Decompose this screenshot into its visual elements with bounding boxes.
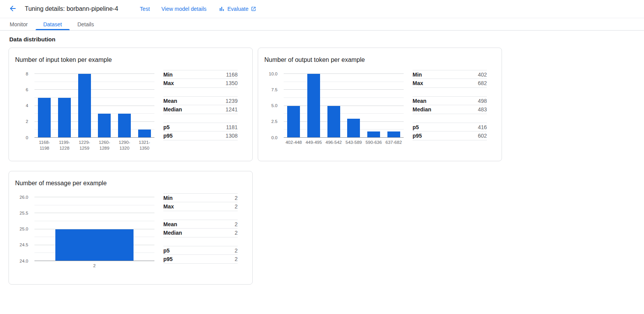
- stat-row: p951308: [163, 131, 238, 140]
- cards-row-top: Number of input token per example 02468 …: [9, 48, 644, 161]
- output-token-chart-card: Number of output token per example 0.02.…: [258, 48, 502, 161]
- stat-label: p95: [163, 133, 173, 139]
- stat-value: 2: [235, 221, 238, 227]
- stat-label: Median: [163, 230, 182, 236]
- stat-label: Min: [163, 72, 173, 78]
- bar: [58, 98, 71, 138]
- y-tick-label: 4: [26, 104, 28, 108]
- x-tick-label: 1260-1289: [94, 140, 115, 151]
- x-tick-label: 402-448: [284, 140, 304, 145]
- view-model-details-link[interactable]: View model details: [161, 6, 206, 12]
- stat-label: Median: [163, 106, 182, 113]
- section-title: Data distribution: [9, 36, 644, 43]
- stats-table: Min2Max2Mean2Median2p52p952: [163, 193, 238, 272]
- y-tick-label: 7.5: [271, 88, 277, 92]
- stat-row: p95602: [413, 131, 487, 140]
- bar: [98, 114, 111, 138]
- stat-label: Mean: [413, 98, 426, 104]
- stat-label: Min: [413, 72, 422, 78]
- bar: [118, 114, 131, 138]
- bar: [78, 74, 91, 138]
- y-axis: 0.02.55.07.510.0: [264, 74, 281, 138]
- input-token-chart-card: Number of input token per example 02468 …: [9, 48, 253, 161]
- stat-row: Median483: [413, 105, 487, 114]
- stat-value: 416: [478, 124, 487, 130]
- stat-label: p95: [163, 256, 173, 262]
- stat-row: Mean1239: [163, 96, 238, 105]
- stat-row: Min1168: [163, 70, 238, 79]
- y-tick-label: 2: [26, 119, 28, 124]
- evaluate-link[interactable]: Evaluate: [218, 5, 256, 12]
- stat-row: p5416: [413, 123, 487, 131]
- y-tick-label: 6: [26, 88, 28, 92]
- stat-label: p95: [413, 133, 422, 139]
- page-title: Tuning details: borbann-pipeline-4: [25, 5, 118, 12]
- stats-table: Min1168Max1350Mean1239Median1241p51181p9…: [163, 70, 238, 149]
- stat-row: p52: [163, 246, 238, 255]
- stat-value: 1350: [226, 80, 238, 86]
- y-tick-label: 8: [26, 72, 28, 76]
- chart-title: Number of message per example: [15, 180, 246, 187]
- x-axis: 2: [15, 263, 154, 269]
- open-in-new-icon: [251, 6, 256, 12]
- x-tick-label: 1168-1198: [34, 140, 55, 151]
- stat-label: Median: [413, 106, 431, 113]
- x-axis-labels: 1168-11981199-12281229-12591260-12891290…: [34, 140, 154, 151]
- stat-value: 1239: [226, 98, 238, 104]
- stat-label: Min: [163, 195, 173, 201]
- stat-label: Mean: [163, 98, 177, 104]
- y-tick-label: 0: [26, 135, 28, 140]
- y-tick-label: 25.0: [20, 227, 28, 232]
- stat-label: Mean: [163, 221, 177, 227]
- bar-chart-icon: [218, 5, 225, 12]
- x-tick-label: 449-495: [304, 140, 324, 145]
- x-tick-label: 637-682: [384, 140, 404, 145]
- stat-value: 1241: [226, 106, 238, 113]
- y-tick-label: 0.0: [271, 135, 277, 140]
- stat-row: p51181: [163, 123, 238, 131]
- stat-row: p952: [163, 255, 238, 264]
- tab-bar: Monitor Dataset Details: [0, 18, 644, 31]
- bar-chart: 02468 1168-11981199-12281229-12591260-12…: [15, 70, 154, 151]
- tab-details[interactable]: Details: [70, 18, 102, 30]
- stat-label: p5: [163, 247, 170, 254]
- tab-dataset[interactable]: Dataset: [36, 18, 70, 30]
- bar: [347, 119, 360, 138]
- stat-row: Min2: [163, 193, 238, 202]
- bar-chart: 24.024.525.025.526.0 2: [15, 193, 154, 269]
- y-tick-label: 25.5: [20, 211, 28, 216]
- stat-value: 1308: [226, 133, 238, 139]
- bar: [307, 74, 320, 138]
- bar-chart: 0.02.55.07.510.0 402-448449-495496-54254…: [264, 70, 404, 145]
- stat-label: p5: [163, 124, 170, 130]
- bar: [138, 130, 151, 138]
- stat-value: 483: [478, 106, 487, 113]
- back-button[interactable]: [7, 3, 19, 15]
- tab-monitor[interactable]: Monitor: [2, 18, 36, 30]
- stat-value: 1168: [226, 72, 238, 78]
- test-link[interactable]: Test: [140, 6, 150, 12]
- stat-value: 682: [478, 80, 487, 86]
- stat-row: Max1350: [163, 79, 238, 88]
- y-tick-label: 24.5: [20, 243, 28, 247]
- bar: [287, 106, 300, 138]
- x-axis: 402-448449-495496-542543-589590-636637-6…: [264, 140, 404, 145]
- x-tick-label: 1290-1320: [115, 140, 135, 151]
- stat-row: Max2: [163, 202, 238, 211]
- stats-table: Min402Max682Mean498Median483p5416p95602: [413, 70, 487, 149]
- chart-title: Number of output token per example: [264, 56, 495, 63]
- stat-value: 2: [235, 203, 238, 210]
- cards-row-bottom: Number of message per example 24.024.525…: [9, 171, 644, 285]
- stat-value: 2: [235, 230, 238, 236]
- y-tick-label: 26.0: [20, 195, 28, 200]
- y-tick-label: 10.0: [269, 72, 277, 76]
- stat-value: 498: [478, 98, 487, 104]
- stat-value: 2: [235, 195, 238, 201]
- app-header: Tuning details: borbann-pipeline-4 Test …: [0, 0, 644, 18]
- stat-row: Median1241: [163, 105, 238, 114]
- plot-area: [284, 74, 404, 138]
- stat-row: Max682: [413, 79, 487, 88]
- bar: [55, 229, 134, 261]
- stat-label: p5: [413, 124, 419, 130]
- y-tick-label: 24.0: [20, 259, 28, 263]
